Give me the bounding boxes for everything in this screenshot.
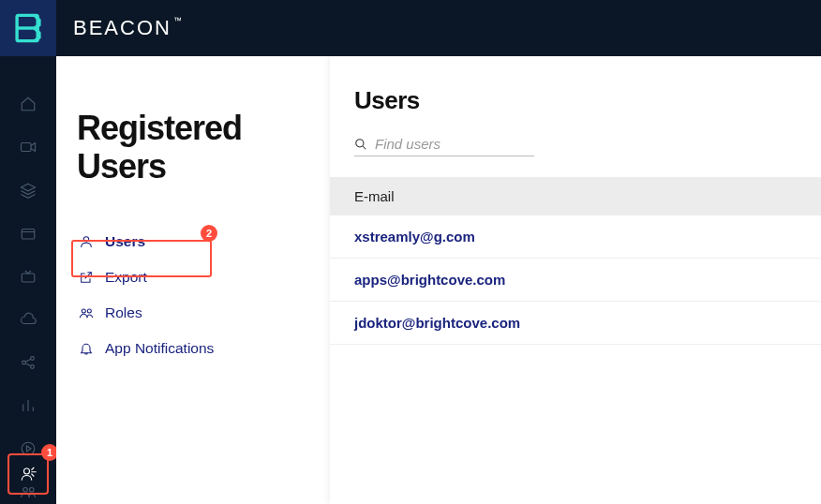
nav-rail: 1 <box>0 56 56 504</box>
menu-label: App Notifications <box>105 340 214 357</box>
cloud-icon[interactable] <box>18 309 38 330</box>
panel-menu: Users Export Roles App Notifications <box>77 230 330 361</box>
user-icon <box>79 234 94 249</box>
svg-rect-1 <box>22 143 32 152</box>
svg-point-10 <box>24 468 30 474</box>
video-icon[interactable] <box>18 137 38 157</box>
wallet-icon[interactable] <box>18 223 38 244</box>
svg-point-11 <box>83 236 88 241</box>
annotation-badge-2: 2 <box>201 225 217 242</box>
svg-point-13 <box>87 309 91 313</box>
menu-item-export[interactable]: Export <box>77 265 330 289</box>
table-row[interactable]: xstreamly@g.com <box>330 215 821 259</box>
panel-title: Registered Users <box>77 109 330 186</box>
app-header: BEACON™ <box>0 0 821 56</box>
export-icon <box>79 270 94 285</box>
svg-rect-2 <box>22 230 35 240</box>
secondary-panel: Registered Users Users Export Roles App … <box>56 56 330 504</box>
svg-point-5 <box>31 357 35 361</box>
svg-point-12 <box>82 309 85 313</box>
menu-label: Users <box>105 233 145 250</box>
layers-icon[interactable] <box>18 180 38 200</box>
main-title: Users <box>354 86 821 115</box>
home-icon[interactable] <box>18 94 38 114</box>
svg-point-4 <box>22 361 26 364</box>
brand-logo-box[interactable] <box>0 0 56 56</box>
table-row[interactable]: jdoktor@brightcove.com <box>330 302 821 345</box>
brand-logo-icon <box>12 12 44 44</box>
roles-icon <box>79 305 94 320</box>
table-row[interactable]: apps@brightcove.com <box>330 259 821 302</box>
svg-rect-3 <box>22 274 35 282</box>
menu-label: Roles <box>105 304 142 321</box>
users-table: E-mail xstreamly@g.com apps@brightcove.c… <box>330 177 821 345</box>
share-icon[interactable] <box>18 352 38 373</box>
brand-name: BEACON™ <box>73 16 184 40</box>
menu-label: Export <box>105 269 147 286</box>
analytics-icon[interactable] <box>18 395 38 416</box>
svg-point-6 <box>31 365 35 369</box>
search-row <box>354 136 534 156</box>
table-header-email: E-mail <box>330 177 821 215</box>
menu-item-roles[interactable]: Roles <box>77 301 330 325</box>
menu-item-notifications[interactable]: App Notifications <box>77 336 330 361</box>
search-icon <box>354 138 367 151</box>
main-content: Users E-mail xstreamly@g.com apps@bright… <box>330 56 821 504</box>
search-input[interactable] <box>375 136 525 152</box>
tv-icon[interactable] <box>18 266 38 287</box>
bell-icon <box>79 341 94 356</box>
svg-point-14 <box>356 139 364 146</box>
registered-users-nav-icon[interactable] <box>7 453 49 495</box>
